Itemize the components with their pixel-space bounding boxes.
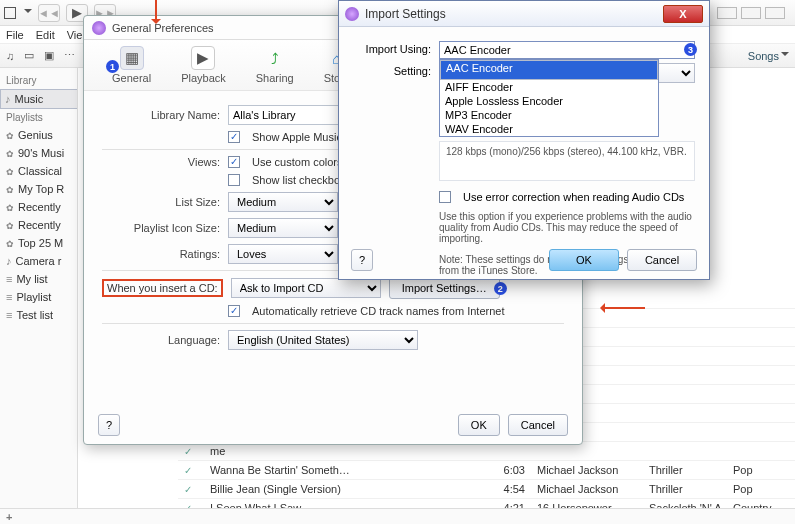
- gear-icon: [6, 201, 14, 213]
- sidebar-item-music[interactable]: Music: [0, 89, 78, 109]
- prefs-ok-button[interactable]: OK: [458, 414, 500, 436]
- playback-tab-icon: ▶: [191, 46, 215, 70]
- import-settings-dialog: Import Settings X Import Using: AAC Enco…: [338, 0, 710, 280]
- prefs-cancel-button[interactable]: Cancel: [508, 414, 568, 436]
- language-select[interactable]: English (United States): [228, 330, 418, 350]
- show-apple-music-checkbox[interactable]: [228, 131, 240, 143]
- list-icon: [6, 291, 12, 303]
- gear-icon: [6, 237, 14, 249]
- track-artist: Michael Jackson: [537, 483, 637, 495]
- track-genre: Pop: [733, 483, 789, 495]
- label-auto-retrieve: Automatically retrieve CD track names fr…: [252, 305, 504, 317]
- tv-icon[interactable]: [44, 49, 54, 62]
- track-title: Wanna Be Startin' Someth…: [210, 464, 479, 476]
- menu-view[interactable]: Vie: [67, 29, 83, 41]
- error-correction-note: Use this option if you experience proble…: [439, 207, 695, 244]
- add-playlist-button[interactable]: [6, 511, 12, 523]
- encoder-option-mp3[interactable]: MP3 Encoder: [440, 108, 658, 122]
- itunes-icon: [92, 21, 106, 35]
- encoder-option-lossless[interactable]: Apple Lossless Encoder: [440, 94, 658, 108]
- import-cancel-button[interactable]: Cancel: [627, 249, 697, 271]
- sidebar-item-mylist[interactable]: My list: [0, 270, 77, 288]
- encoder-details: 128 kbps (mono)/256 kbps (stereo), 44.10…: [439, 141, 695, 181]
- songs-dropdown[interactable]: Songs: [748, 50, 789, 62]
- sharing-tab-icon: ⤴: [263, 46, 287, 70]
- encoder-option-aac[interactable]: AAC Encoder: [440, 60, 658, 80]
- encoder-option-wav[interactable]: WAV Encoder: [440, 122, 658, 136]
- sidebar: Library Music Playlists Genius 90's Musi…: [0, 68, 78, 524]
- gear-icon: [6, 219, 14, 231]
- sidebar-header-playlists: Playlists: [0, 109, 77, 126]
- table-row[interactable]: Billie Jean (Single Version)4:54Michael …: [178, 480, 795, 499]
- sidebar-item-playlist[interactable]: Playlist: [0, 288, 77, 306]
- check-icon: [184, 464, 198, 476]
- label-show-apple: Show Apple Music: [252, 131, 342, 143]
- import-using-select[interactable]: AAC Encoder 3 AAC Encoder AIFF Encoder A…: [439, 41, 695, 59]
- prefs-help-button[interactable]: ?: [98, 414, 120, 436]
- tab-playback[interactable]: ▶Playback: [181, 46, 226, 84]
- back-button[interactable]: ◄◄: [38, 4, 60, 22]
- label-icon-size: Playlist Icon Size:: [102, 222, 220, 234]
- tone-icon: [6, 255, 12, 267]
- track-title: me: [210, 445, 479, 457]
- music-icon[interactable]: [6, 50, 14, 62]
- label-list-size: List Size:: [102, 196, 220, 208]
- sidebar-item-mytop[interactable]: My Top R: [0, 180, 77, 198]
- annotation-arrow-down: [155, 0, 157, 22]
- sidebar-header-library: Library: [0, 72, 77, 89]
- sidebar-item-genius[interactable]: Genius: [0, 126, 77, 144]
- chevron-down-icon[interactable]: [24, 9, 32, 17]
- label-insert-cd: When you insert a CD:: [107, 282, 218, 294]
- sidebar-item-90s[interactable]: 90's Musi: [0, 144, 77, 162]
- encoder-option-aiff[interactable]: AIFF Encoder: [440, 80, 658, 94]
- track-album: Thriller: [649, 464, 721, 476]
- error-correction-checkbox[interactable]: [439, 191, 451, 203]
- label-error-correction: Use error correction when reading Audio …: [463, 191, 684, 203]
- window-menu-icon[interactable]: [4, 7, 16, 19]
- track-duration: 4:54: [491, 483, 525, 495]
- movies-icon[interactable]: [24, 49, 34, 62]
- more-icon[interactable]: [64, 49, 75, 62]
- label-library-name: Library Name:: [102, 109, 220, 121]
- sidebar-item-top25[interactable]: Top 25 M: [0, 234, 77, 252]
- sidebar-item-recently1[interactable]: Recently: [0, 198, 77, 216]
- sidebar-item-testlist[interactable]: Test list: [0, 306, 77, 324]
- import-ok-button[interactable]: OK: [549, 249, 619, 271]
- encoder-dropdown-list: AAC Encoder AIFF Encoder Apple Lossless …: [439, 59, 659, 137]
- close-button[interactable]: [765, 7, 785, 19]
- menu-file[interactable]: File: [6, 29, 24, 41]
- music-note-icon: [5, 93, 11, 105]
- track-duration: 6:03: [491, 464, 525, 476]
- sidebar-item-classical[interactable]: Classical: [0, 162, 77, 180]
- track-artist: Michael Jackson: [537, 464, 637, 476]
- sidebar-item-recently2[interactable]: Recently: [0, 216, 77, 234]
- playlist-icon-size-select[interactable]: Medium: [228, 218, 338, 238]
- tab-general[interactable]: ▦ General 1: [112, 46, 151, 84]
- itunes-icon: [345, 7, 359, 21]
- gear-icon: [6, 165, 14, 177]
- menu-edit[interactable]: Edit: [36, 29, 55, 41]
- import-titlebar[interactable]: Import Settings X: [339, 1, 709, 27]
- annotation-arrow-left: [603, 307, 645, 309]
- import-help-button[interactable]: ?: [351, 249, 373, 271]
- import-close-button[interactable]: X: [663, 5, 703, 23]
- gear-icon: [6, 183, 14, 195]
- import-using-value: AAC Encoder: [444, 44, 511, 56]
- ratings-select[interactable]: Loves: [228, 244, 338, 264]
- show-list-checkboxes-checkbox[interactable]: [228, 174, 240, 186]
- list-size-select[interactable]: Medium: [228, 192, 338, 212]
- minimize-button[interactable]: [717, 7, 737, 19]
- sidebar-item-camera[interactable]: Camera r: [0, 252, 77, 270]
- maximize-button[interactable]: [741, 7, 761, 19]
- use-custom-colors-checkbox[interactable]: [228, 156, 240, 168]
- import-title: Import Settings: [365, 7, 446, 21]
- auto-retrieve-checkbox[interactable]: [228, 305, 240, 317]
- tab-sharing[interactable]: ⤴Sharing: [256, 46, 294, 84]
- track-genre: Pop: [733, 464, 789, 476]
- table-row[interactable]: Wanna Be Startin' Someth…6:03Michael Jac…: [178, 461, 795, 480]
- label-ratings: Ratings:: [102, 248, 220, 260]
- track-title: Billie Jean (Single Version): [210, 483, 479, 495]
- check-icon: [184, 445, 198, 457]
- statusbar: [0, 508, 795, 524]
- insert-cd-label-highlight: When you insert a CD:: [102, 279, 223, 297]
